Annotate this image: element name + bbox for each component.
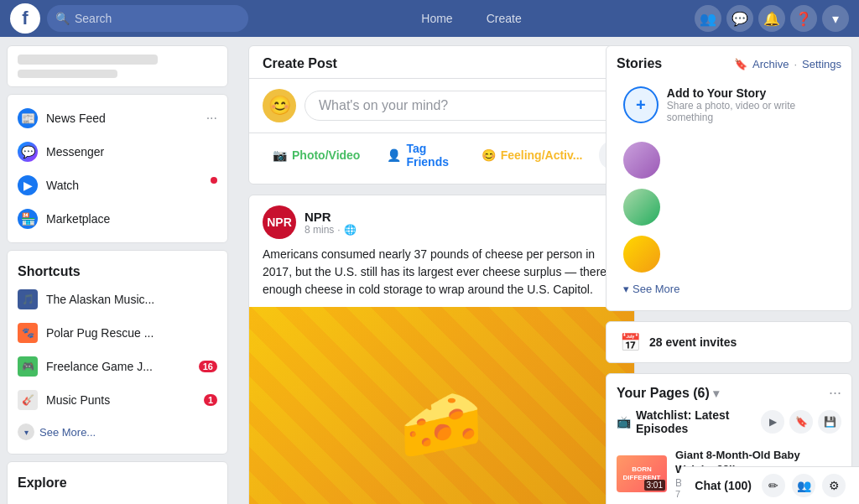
friends-icon-btn[interactable]: 👥	[695, 5, 721, 32]
photo-icon: 📷	[273, 148, 287, 162]
shortcut-item-alaskan[interactable]: 🎵 The Alaskan Music...	[8, 283, 227, 316]
story-thumb-1	[623, 142, 660, 179]
sidebar-item-messenger[interactable]: 💬 Messenger	[8, 135, 227, 169]
stories-see-more-label: See More	[633, 283, 679, 295]
shortcut-item-music-punts[interactable]: 🎸 Music Punts 1	[8, 383, 227, 417]
watchlist-save-btn[interactable]: 💾	[818, 410, 841, 434]
photo-label: Photo/Video	[292, 148, 360, 162]
marketplace-icon: 🏪	[18, 209, 38, 229]
left-sidebar: 📰 News Feed ··· 💬 Messenger ▶ Watch 🏪 Ma…	[0, 37, 235, 504]
main-feed: Create Post 😊 What's on your mind? 📷 Pho…	[235, 37, 648, 504]
nav-create[interactable]: Create	[476, 7, 532, 30]
settings-label[interactable]: Settings	[802, 58, 841, 70]
shortcut-label-music-punts: Music Punts	[46, 393, 195, 407]
add-story-text: Add to Your Story Share a photo, video o…	[667, 86, 835, 123]
notifications-icon-btn[interactable]: 🔔	[758, 5, 785, 32]
chat-bar-icons: ✏ 👥 ⚙	[762, 474, 846, 497]
search-box[interactable]: 🔍	[47, 5, 248, 32]
watchlist-bookmark-btn[interactable]: 🔖	[789, 410, 813, 434]
shortcut-icon-freelance: 🎮	[18, 356, 38, 377]
create-post-actions: 📷 Photo/Video 👤 Tag Friends 😊 Feeling/Ac…	[249, 132, 634, 184]
sidebar-item-watch[interactable]: ▶ Watch	[8, 169, 227, 202]
add-story-circle: +	[623, 86, 659, 123]
add-story-title: Add to Your Story	[667, 86, 835, 100]
post-header: NPR NPR 8 mins · 🌐 ···	[249, 195, 634, 246]
chat-people-icon[interactable]: 👥	[792, 474, 815, 497]
shortcut-item-freelance[interactable]: 🎮 Freelance Game J... 16	[8, 350, 227, 383]
archive-label[interactable]: Archive	[752, 58, 789, 70]
user-avatar: 😊	[263, 89, 296, 122]
search-input[interactable]	[75, 12, 240, 25]
top-navigation: f 🔍 Home Create 👥 💬 🔔 ❓ ▾	[0, 0, 859, 37]
chat-edit-icon[interactable]: ✏	[762, 474, 785, 497]
feeling-btn[interactable]: 😊 Feeling/Activ...	[471, 143, 593, 167]
messenger-label: Messenger	[46, 145, 217, 158]
tag-label: Tag Friends	[406, 142, 454, 169]
tag-icon: 👤	[387, 148, 401, 162]
chat-bar: Chat (100) ✏ 👥 ⚙	[681, 466, 859, 504]
nav-left: f 🔍	[10, 3, 248, 34]
post-image: 🧀 ℹ	[249, 307, 634, 504]
chat-settings-icon[interactable]: ⚙	[822, 474, 846, 497]
search-icon: 🔍	[55, 12, 70, 25]
shortcut-icon-pug: 🐾	[18, 323, 38, 343]
watchlist-play-btn[interactable]: ▶	[761, 410, 784, 434]
add-story-sub: Share a photo, video or write something	[667, 100, 835, 123]
post-time: 8 mins · 🌐	[305, 224, 598, 236]
nav-center: Home Create	[248, 7, 695, 30]
more-menu-btn[interactable]: ▾	[822, 5, 849, 32]
main-nav-section: 📰 News Feed ··· 💬 Messenger ▶ Watch 🏪 Ma…	[7, 94, 228, 243]
story-row-3[interactable]	[617, 231, 841, 278]
user-sub-placeholder	[18, 70, 117, 78]
newsfeed-dots[interactable]: ···	[206, 111, 217, 126]
watch-label: Watch	[46, 179, 217, 192]
stories-see-more[interactable]: ▾ See More	[617, 278, 841, 300]
your-pages-title-text: Your Pages (6)	[617, 386, 710, 401]
watchlist-title-text: Watchlist: Latest Episodes	[636, 408, 761, 435]
tag-friends-btn[interactable]: 👤 Tag Friends	[377, 137, 464, 174]
add-story-btn[interactable]: + Add to Your Story Share a photo, video…	[617, 80, 841, 130]
sidebar-item-marketplace[interactable]: 🏪 Marketplace	[8, 202, 227, 236]
watchlist-title: 📺 Watchlist: Latest Episodes	[617, 408, 761, 435]
sidebar-item-news-feed[interactable]: 📰 News Feed ···	[8, 101, 227, 135]
post-meta: NPR 8 mins · 🌐	[305, 210, 598, 236]
archive-btn[interactable]: 🔖	[734, 58, 747, 70]
nav-home[interactable]: Home	[411, 7, 462, 30]
shortcut-label-alaskan: The Alaskan Music...	[46, 293, 217, 306]
stories-card: Stories 🔖 Archive · Settings + Add to Yo…	[606, 45, 852, 311]
messenger-icon: 💬	[18, 142, 38, 162]
post-author: NPR	[305, 210, 598, 224]
shortcut-item-pug[interactable]: 🐾 Polar Pug Rescue ...	[8, 316, 227, 350]
see-more-icon: ▾	[18, 423, 34, 440]
create-post-card: Create Post 😊 What's on your mind? 📷 Pho…	[248, 45, 635, 184]
post-text: Americans consumed nearly 37 pounds of c…	[249, 246, 634, 307]
shortcuts-see-more[interactable]: ▾ See More...	[8, 417, 227, 447]
your-pages-more-btn[interactable]: ···	[829, 384, 841, 402]
npr-avatar: NPR	[263, 205, 296, 239]
dot-separator: ·	[794, 58, 797, 70]
nav-right: 👥 💬 🔔 ❓ ▾	[695, 5, 849, 32]
newsfeed-icon: 📰	[18, 108, 38, 128]
see-more-arrow-icon: ▾	[623, 283, 629, 295]
npr-post-card: NPR NPR 8 mins · 🌐 ··· Americans consume…	[248, 195, 635, 504]
facebook-logo[interactable]: f	[10, 3, 40, 34]
event-invites-card[interactable]: 📅 28 event invites	[606, 321, 852, 363]
chat-bar-label[interactable]: Chat (100)	[695, 479, 752, 492]
story-row-1[interactable]	[617, 137, 841, 184]
watch-icon: ▶	[18, 175, 38, 195]
event-invites-label: 28 event invites	[649, 335, 737, 349]
story-row-2[interactable]	[617, 184, 841, 231]
photo-video-btn[interactable]: 📷 Photo/Video	[263, 143, 370, 167]
post-time-text: 8 mins	[305, 224, 334, 236]
help-icon-btn[interactable]: ❓	[790, 5, 817, 32]
newsfeed-label: News Feed	[46, 112, 198, 125]
user-profile-box[interactable]	[7, 45, 228, 87]
your-pages-chevron[interactable]: ▾	[713, 387, 719, 400]
post-input-fake[interactable]: What's on your mind?	[305, 91, 621, 121]
explore-title: Explore	[8, 469, 227, 494]
cheese-image: 🧀 ℹ	[249, 307, 634, 504]
explore-item-pages[interactable]: 🚩 Pages	[8, 494, 227, 504]
watchlist-header: 📺 Watchlist: Latest Episodes ▶ 🔖 💾	[617, 408, 841, 435]
messenger-icon-btn[interactable]: 💬	[726, 5, 753, 32]
main-layout: 📰 News Feed ··· 💬 Messenger ▶ Watch 🏪 Ma…	[0, 0, 859, 504]
